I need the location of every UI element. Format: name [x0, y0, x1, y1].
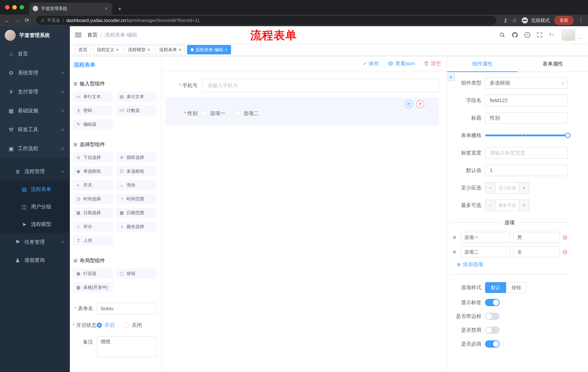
clear-button[interactable]: 清空: [423, 60, 441, 67]
component-item-rate[interactable]: ☆评分: [73, 222, 113, 232]
component-item-editor[interactable]: ✎编辑器: [73, 119, 113, 129]
min-select-placeholder[interactable]: 至少应选: [496, 182, 519, 193]
slider-track[interactable]: [485, 135, 568, 136]
required-switch[interactable]: [485, 340, 500, 348]
component-item-slider[interactable]: ↔滑块: [116, 180, 157, 190]
sidebar-item-workflow[interactable]: ▣ 工作流程 ∧: [0, 139, 70, 158]
component-item-radio-group[interactable]: ◉单选框组: [73, 166, 113, 176]
sidebar-logo[interactable]: 芋道管理系统: [0, 26, 70, 44]
decrease-button[interactable]: −: [485, 182, 496, 193]
option-label-input[interactable]: [460, 246, 510, 257]
component-item-table[interactable]: ▦表格[开发中]: [73, 282, 113, 292]
title-input[interactable]: [485, 112, 568, 124]
remove-option-icon[interactable]: ⊖: [563, 234, 568, 240]
bookmark-star-icon[interactable]: ☆: [512, 18, 517, 23]
gender-field-row[interactable]: 性别 选项一 选项二: [166, 110, 433, 117]
security-label[interactable]: 不安全: [47, 18, 60, 23]
hamburger-icon[interactable]: [75, 33, 82, 37]
font-size-icon[interactable]: TT: [549, 32, 555, 38]
show-label-switch[interactable]: [485, 299, 500, 306]
disabled-switch[interactable]: [485, 327, 500, 334]
component-item-upload[interactable]: ↥上传: [73, 235, 113, 245]
component-item-checkbox-group[interactable]: ☑多选框组: [116, 166, 157, 176]
decrease-button[interactable]: −: [485, 200, 496, 211]
phone-field-row[interactable]: 手机号: [166, 79, 439, 93]
component-item-button[interactable]: ▢按钮: [116, 268, 157, 279]
component-item-counter[interactable]: 123计数器: [116, 105, 157, 116]
tag-close-icon[interactable]: ×: [225, 47, 227, 52]
avatar[interactable]: [561, 29, 575, 41]
forward-button[interactable]: →: [15, 18, 20, 23]
back-button[interactable]: ←: [4, 18, 10, 23]
component-item-switch[interactable]: ◐开关: [73, 180, 113, 190]
view-json-button[interactable]: 查看json: [388, 60, 415, 67]
component-item-date-picker[interactable]: ▦日期选择: [73, 208, 113, 218]
checkbox-option-1[interactable]: [202, 111, 207, 116]
radio-open[interactable]: 开启: [97, 322, 115, 329]
sidebar-item-user-group[interactable]: ◫ 用户分组: [0, 198, 70, 215]
drag-handle-icon[interactable]: ≡: [452, 234, 457, 240]
radio-selected-icon[interactable]: [97, 323, 102, 328]
sidebar-item-leave-query[interactable]: ♟ 请假查询: [0, 251, 70, 269]
avatar-chevron-icon[interactable]: ⌄: [578, 35, 582, 40]
radio-closed[interactable]: 关闭: [124, 322, 142, 329]
sidebar-item-task-mgmt[interactable]: ⚑ 任务管理 ∨: [0, 233, 70, 251]
sidebar-item-infra[interactable]: ▦ 基础设施 ∨: [0, 101, 70, 120]
new-tab-button[interactable]: +: [118, 5, 122, 12]
address-bar[interactable]: ⚠ 不安全 | dashboard.yudao.iocoder.cn/bpm/m…: [36, 16, 496, 25]
field-name-input[interactable]: [485, 95, 568, 106]
remark-textarea[interactable]: 嘿嘿: [97, 336, 157, 357]
border-switch[interactable]: [485, 313, 500, 320]
style-default-button[interactable]: 默认: [485, 282, 506, 293]
tag-process-definition[interactable]: 流程定义 ×: [93, 45, 122, 54]
sidebar-item-system[interactable]: ⚙ 系统管理 ∨: [0, 63, 70, 82]
option-value-input[interactable]: [513, 246, 559, 257]
form-canvas[interactable]: 手机号: [162, 71, 447, 372]
github-icon[interactable]: [512, 32, 518, 38]
tag-home[interactable]: 首页: [75, 45, 91, 54]
window-minimize-button[interactable]: [12, 5, 17, 10]
component-item-multi-text[interactable]: ▤多行文本: [116, 92, 157, 102]
slider-handle[interactable]: [565, 133, 570, 138]
tag-close-icon[interactable]: ×: [147, 47, 150, 52]
link-icon[interactable]: ⚭: [447, 74, 455, 81]
fullscreen-icon[interactable]: [537, 32, 543, 38]
sidebar-item-process-model[interactable]: ➤ 流程模型: [0, 215, 70, 233]
component-item-row-container[interactable]: ▣行容器: [73, 268, 113, 279]
sidebar-item-process-form[interactable]: ▤ 流程表单: [0, 181, 70, 198]
component-item-date-range[interactable]: ▩日期范围: [116, 208, 157, 218]
tag-close-icon[interactable]: ×: [116, 47, 119, 52]
help-icon[interactable]: ?: [524, 32, 531, 38]
sidebar-item-devtools[interactable]: ⚒ 研发工具 ∨: [0, 120, 70, 139]
increase-button[interactable]: +: [519, 200, 529, 211]
update-button[interactable]: 更新: [555, 16, 573, 25]
label-width-input[interactable]: [485, 147, 568, 159]
copy-widget-button[interactable]: [405, 100, 413, 108]
radio-unselected-icon[interactable]: [124, 323, 129, 328]
tab-form-props[interactable]: 表单属性: [518, 56, 588, 72]
increase-button[interactable]: +: [519, 182, 529, 193]
component-item-time-range[interactable]: ◔时间范围: [116, 194, 157, 204]
selected-checkbox-group-widget[interactable]: 性别 选项一 选项二: [166, 97, 439, 126]
window-close-button[interactable]: [5, 5, 10, 10]
password-key-icon[interactable]: ⚷: [504, 18, 507, 23]
browser-menu-icon[interactable]: ⋮: [578, 18, 584, 23]
search-icon[interactable]: [499, 32, 505, 38]
tag-process-model[interactable]: 流程模型 ×: [125, 45, 154, 54]
style-button-button[interactable]: 按钮: [506, 282, 527, 293]
tab-component-props[interactable]: 组件属性: [447, 56, 518, 72]
window-zoom-button[interactable]: [20, 5, 24, 10]
component-item-color-picker[interactable]: ◑颜色选择: [116, 222, 157, 232]
reload-button[interactable]: ⟳: [25, 18, 29, 23]
component-item-password[interactable]: ⚷密码: [73, 105, 113, 116]
component-type-select[interactable]: 多选框组 ∨: [485, 77, 568, 89]
sidebar-item-process-mgmt[interactable]: ≣ 流程管理 ∧: [0, 162, 70, 181]
option-value-input[interactable]: [513, 232, 559, 243]
option-label-input[interactable]: [460, 232, 510, 243]
form-name-input[interactable]: [97, 303, 157, 314]
save-button[interactable]: ✓ 保存: [363, 60, 379, 67]
tag-process-form-edit[interactable]: 流程表单-编辑 ×: [187, 45, 231, 54]
component-item-single-text[interactable]: ▭单行文本: [73, 92, 113, 102]
component-item-cascader[interactable]: ⋔级联选择: [116, 152, 157, 162]
component-item-select[interactable]: ⊙下拉选择: [73, 152, 113, 162]
